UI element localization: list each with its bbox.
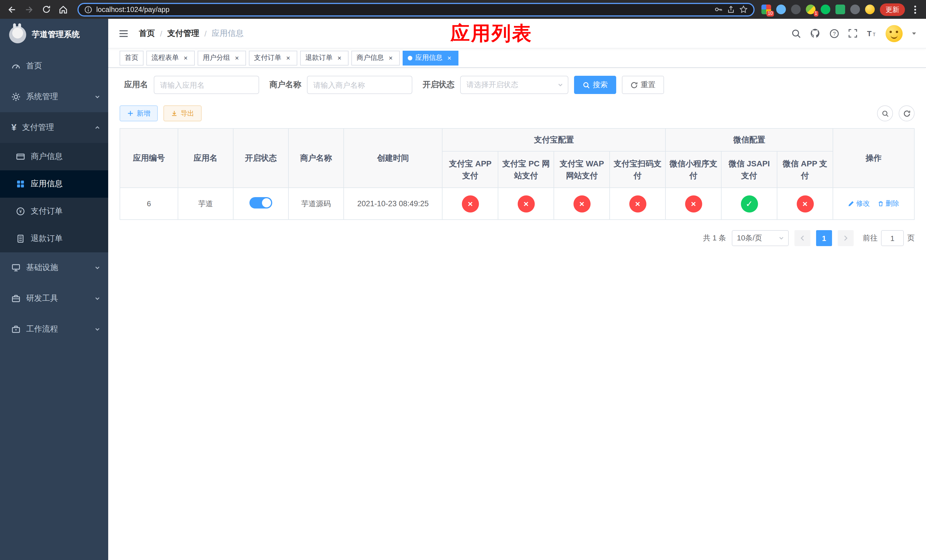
col-group-alipay: 支付宝配置 (442, 129, 666, 151)
sidebar-item-label: 商户信息 (31, 151, 100, 162)
extension-icon-blue[interactable] (776, 5, 786, 14)
breadcrumb-item-home[interactable]: 首页 (139, 28, 155, 38)
sidebar-item-pay-order[interactable]: ¥ 支付订单 (0, 198, 108, 225)
tab-user-group[interactable]: 用户分组 (198, 50, 246, 65)
search-icon[interactable] (791, 28, 801, 38)
add-button[interactable]: 新增 (120, 105, 158, 121)
sidebar-item-payment[interactable]: ¥ 支付管理 (0, 112, 108, 143)
app-name-label: 应用名 (124, 80, 148, 90)
tab-app-info-active[interactable]: 应用信息 (402, 50, 458, 65)
cell-channel-wechat-app: × (777, 188, 833, 219)
toggle-search-button[interactable] (877, 105, 893, 121)
user-avatar[interactable] (885, 25, 903, 42)
status-toggle[interactable] (250, 197, 272, 209)
extension-icon-chat[interactable] (835, 5, 845, 14)
document-icon (16, 234, 25, 243)
breadcrumb-item-payment[interactable]: 支付管理 (168, 28, 199, 38)
sidebar-item-workflow[interactable]: 工作流程 (0, 314, 108, 345)
grid-icon (16, 179, 25, 189)
sidebar-item-label: 退款订单 (31, 233, 100, 244)
edit-link[interactable]: 修改 (848, 199, 870, 209)
app-logo-row[interactable]: 芋道管理系统 (0, 19, 108, 51)
share-icon[interactable] (727, 5, 735, 14)
close-icon[interactable] (445, 54, 453, 62)
tab-refund-order[interactable]: 退款订单 (300, 50, 348, 65)
cell-actions: 修改 删除 (833, 188, 914, 219)
next-page-button[interactable] (838, 230, 854, 246)
status-select-placeholder: 请选择开启状态 (466, 80, 518, 90)
extension-icon-dark[interactable] (791, 5, 801, 14)
sidebar-item-infrastructure[interactable]: 基础设施 (0, 252, 108, 283)
cell-app-name: 芋道 (178, 188, 233, 219)
address-bar[interactable]: localhost:1024/pay/app (77, 3, 755, 16)
toolbar-right (877, 105, 915, 121)
sidebar-item-system[interactable]: 系统管理 (0, 82, 108, 112)
sidebar-item-app-info[interactable]: 应用信息 (0, 170, 108, 198)
refresh-button[interactable] (899, 105, 915, 121)
goto-page-input[interactable] (881, 230, 904, 246)
tab-pay-order[interactable]: 支付订单 (249, 50, 297, 65)
search-button-label: 搜索 (593, 80, 608, 90)
close-icon[interactable] (387, 54, 395, 62)
tab-home[interactable]: 首页 (120, 50, 144, 65)
status-select[interactable]: 请选择开启状态 (460, 76, 568, 94)
breadcrumb-item-current: 应用信息 (212, 28, 244, 38)
extension-icon-colorful[interactable]: 10 (761, 5, 771, 14)
delete-link-label: 删除 (885, 199, 899, 209)
col-header-merchant-name: 商户名称 (289, 129, 344, 188)
url-text[interactable]: localhost:1024/pay/app (96, 5, 710, 14)
sidebar-item-refund-order[interactable]: 退款订单 (0, 225, 108, 252)
font-size-icon[interactable]: TT (866, 28, 877, 38)
page-size-value: 10条/页 (737, 233, 762, 243)
browser-menu-icon[interactable] (910, 2, 920, 17)
chevron-down-icon (558, 82, 563, 88)
browser-back-button[interactable] (5, 2, 20, 17)
status-cross-icon: × (573, 195, 590, 212)
page-size-select[interactable]: 10条/页 (732, 230, 789, 246)
tab-merchant-info[interactable]: 商户信息 (351, 50, 400, 65)
sidebar-item-label: 基础设施 (26, 263, 89, 273)
tab-label: 用户分组 (203, 53, 230, 63)
github-icon[interactable] (810, 28, 821, 39)
merchant-name-input[interactable] (307, 76, 412, 94)
cell-app-id: 6 (120, 188, 178, 219)
close-icon[interactable] (233, 54, 241, 62)
browser-forward-button[interactable] (22, 2, 36, 17)
close-icon[interactable] (336, 54, 343, 62)
sidebar-item-home[interactable]: 首页 (0, 51, 108, 82)
prev-page-button[interactable] (794, 230, 810, 246)
extension-icon-pin[interactable] (850, 5, 860, 14)
col-header-app-name: 应用名 (178, 129, 233, 188)
chevron-down-icon[interactable] (911, 30, 917, 36)
tab-label: 支付订单 (254, 53, 281, 63)
chevron-down-icon (95, 327, 100, 332)
export-button[interactable]: 导出 (163, 105, 201, 121)
reset-button[interactable]: 重置 (622, 76, 664, 94)
delete-link[interactable]: 删除 (878, 199, 899, 209)
search-button[interactable]: 搜索 (574, 76, 616, 94)
help-icon[interactable]: ? (829, 28, 840, 38)
extension-icon-emoji[interactable] (865, 5, 875, 14)
sidebar-submenu-payment: 商户信息 应用信息 ¥ 支付订单 (0, 143, 108, 252)
browser-home-button[interactable] (56, 2, 71, 17)
sidebar-item-dev-tools[interactable]: 研发工具 (0, 283, 108, 314)
page-number-1[interactable]: 1 (816, 230, 832, 246)
chevron-down-icon (779, 235, 784, 241)
sidebar-item-merchant-info[interactable]: 商户信息 (0, 143, 108, 170)
browser-update-button[interactable]: 更新 (880, 3, 905, 16)
close-icon[interactable] (182, 54, 190, 62)
close-icon[interactable] (284, 54, 292, 62)
extension-icon-wechat-dev[interactable] (821, 5, 830, 14)
status-cross-icon: × (462, 195, 479, 212)
pagination-goto: 前往 页 (863, 230, 915, 246)
bookmark-star-icon[interactable] (739, 5, 748, 14)
breadcrumb-separator: / (204, 29, 207, 38)
hamburger-icon[interactable] (116, 26, 131, 41)
app-name-input[interactable] (154, 76, 259, 94)
tab-process-form[interactable]: 流程表单 (146, 50, 195, 65)
browser-reload-button[interactable] (39, 2, 53, 17)
password-key-icon[interactable] (714, 5, 723, 14)
fullscreen-icon[interactable] (848, 29, 858, 38)
site-info-icon[interactable] (84, 5, 92, 14)
extension-icon-avatar[interactable]: 1 (806, 5, 816, 14)
